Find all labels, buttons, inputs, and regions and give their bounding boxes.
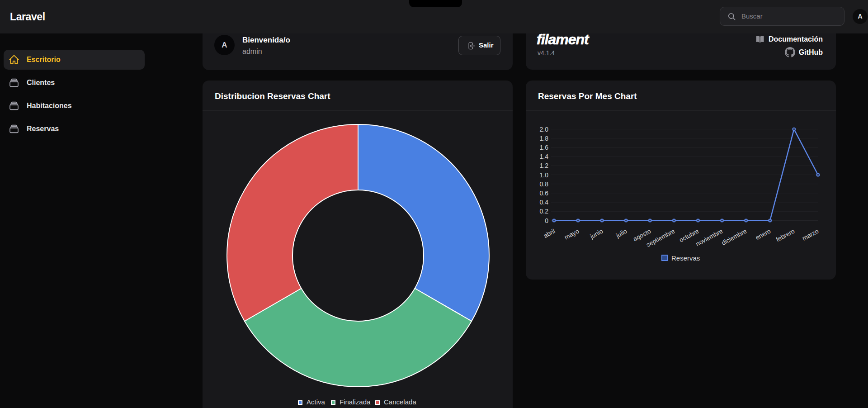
svg-text:enero: enero bbox=[754, 227, 772, 241]
svg-text:mayo: mayo bbox=[563, 227, 580, 241]
svg-text:0.4: 0.4 bbox=[540, 199, 549, 206]
svg-text:febrero: febrero bbox=[775, 227, 796, 243]
svg-text:0: 0 bbox=[545, 217, 548, 224]
svg-text:2.0: 2.0 bbox=[540, 126, 549, 133]
svg-text:0.6: 0.6 bbox=[540, 190, 549, 197]
svg-text:0.8: 0.8 bbox=[540, 180, 549, 188]
svg-text:julio: julio bbox=[614, 227, 628, 239]
svg-text:abril: abril bbox=[542, 228, 557, 240]
svg-text:noviembre: noviembre bbox=[694, 227, 724, 247]
svg-text:1.0: 1.0 bbox=[540, 171, 549, 179]
svg-text:1.8: 1.8 bbox=[540, 135, 549, 142]
svg-text:diciembre: diciembre bbox=[720, 227, 748, 247]
svg-text:junio: junio bbox=[589, 227, 604, 240]
svg-text:0.2: 0.2 bbox=[540, 208, 549, 215]
svg-text:1.2: 1.2 bbox=[540, 162, 549, 169]
svg-text:Reservas: Reservas bbox=[671, 254, 700, 262]
svg-text:marzo: marzo bbox=[801, 227, 820, 242]
svg-text:1.6: 1.6 bbox=[540, 144, 549, 151]
svg-text:1.4: 1.4 bbox=[540, 153, 549, 160]
